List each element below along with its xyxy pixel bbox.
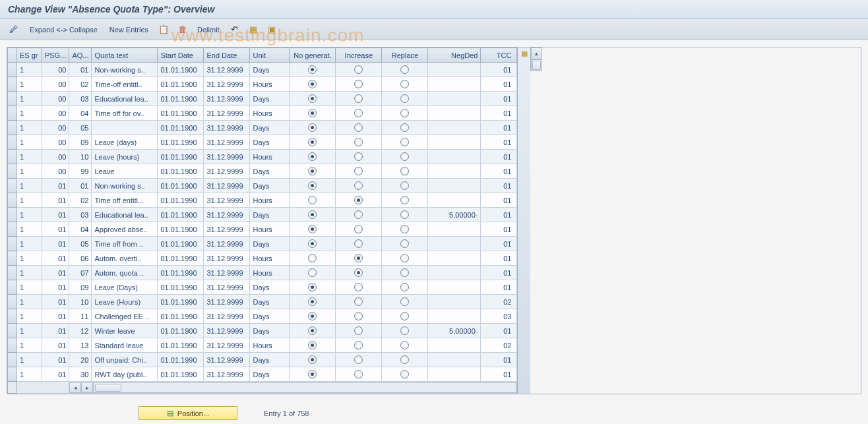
cell-psg[interactable]: 01 <box>42 208 69 222</box>
col-esgr[interactable]: ES gr <box>17 48 42 63</box>
cell-nogen[interactable] <box>290 251 336 266</box>
cell-psg[interactable]: 01 <box>42 295 69 309</box>
col-aq[interactable]: AQ... <box>69 48 92 63</box>
cell-start[interactable]: 01.01.1990 <box>158 367 204 382</box>
table-row[interactable]: 10009Leave (days)01.01.199031.12.9999Day… <box>8 135 517 150</box>
cell-qtext[interactable] <box>92 121 158 135</box>
row-selector[interactable] <box>8 295 17 309</box>
cell-tcc[interactable]: 01 <box>481 222 517 237</box>
table-row[interactable]: 10110Leave (Hours)01.01.199031.12.9999Da… <box>8 295 517 309</box>
cell-psg[interactable]: 00 <box>42 106 69 121</box>
cell-negded[interactable] <box>428 251 481 266</box>
hscroll-thumb[interactable] <box>95 384 121 392</box>
cell-qtext[interactable]: Leave (days) <box>92 135 158 150</box>
cell-increase[interactable] <box>336 309 382 324</box>
cell-end[interactable]: 31.12.9999 <box>204 193 250 208</box>
cell-tcc[interactable]: 01 <box>481 324 517 338</box>
cell-increase[interactable] <box>336 353 382 367</box>
cell-aq[interactable]: 09 <box>69 135 92 150</box>
cell-start[interactable]: 01.01.1900 <box>158 179 204 193</box>
cell-qtext[interactable]: Time off from .. <box>92 237 158 251</box>
row-selector[interactable] <box>8 77 17 92</box>
cell-negded[interactable]: 5,00000- <box>428 208 481 222</box>
cell-nogen[interactable] <box>290 92 336 106</box>
cell-end[interactable]: 31.12.9999 <box>204 92 250 106</box>
cell-psg[interactable]: 01 <box>42 309 69 324</box>
cell-replace[interactable] <box>382 309 428 324</box>
cell-negded[interactable] <box>428 222 481 237</box>
cell-negded[interactable] <box>428 63 481 77</box>
cell-replace[interactable] <box>382 63 428 77</box>
cell-unit[interactable]: Days <box>250 208 290 222</box>
cell-tcc[interactable]: 01 <box>481 367 517 382</box>
cell-qtext[interactable]: Leave (Days) <box>92 280 158 295</box>
cell-negded[interactable] <box>428 179 481 193</box>
cell-replace[interactable] <box>382 77 428 92</box>
cell-negded[interactable] <box>428 92 481 106</box>
cell-esgr[interactable]: 1 <box>17 251 42 266</box>
cell-unit[interactable]: Days <box>250 295 290 309</box>
cell-esgr[interactable]: 1 <box>17 179 42 193</box>
cell-unit[interactable]: Days <box>250 164 290 179</box>
cell-tcc[interactable]: 01 <box>481 77 517 92</box>
cell-aq[interactable]: 03 <box>69 208 92 222</box>
cell-increase[interactable] <box>336 150 382 164</box>
cell-esgr[interactable]: 1 <box>17 150 42 164</box>
table-row[interactable]: 10101Non-working s..01.01.190031.12.9999… <box>8 179 517 193</box>
col-rowselect[interactable] <box>8 48 17 63</box>
cell-esgr[interactable]: 1 <box>17 135 42 150</box>
cell-start[interactable]: 01.01.1990 <box>158 295 204 309</box>
cell-replace[interactable] <box>382 222 428 237</box>
row-selector[interactable] <box>8 324 17 338</box>
row-selector[interactable] <box>8 338 17 353</box>
cell-nogen[interactable] <box>290 77 336 92</box>
scroll-left-icon[interactable]: ◂ <box>69 382 81 393</box>
cell-start[interactable]: 01.01.1900 <box>158 106 204 121</box>
cell-tcc[interactable]: 01 <box>481 92 517 106</box>
cell-increase[interactable] <box>336 295 382 309</box>
cell-end[interactable]: 31.12.9999 <box>204 237 250 251</box>
cell-aq[interactable]: 30 <box>69 367 92 382</box>
col-nogen[interactable]: No generat. <box>290 48 336 63</box>
cell-start[interactable]: 01.01.1900 <box>158 324 204 338</box>
row-selector[interactable] <box>8 179 17 193</box>
cell-increase[interactable] <box>336 179 382 193</box>
cell-unit[interactable]: Days <box>250 92 290 106</box>
cell-aq[interactable]: 13 <box>69 338 92 353</box>
cell-unit[interactable]: Days <box>250 280 290 295</box>
cell-tcc[interactable]: 01 <box>481 106 517 121</box>
cell-aq[interactable]: 05 <box>69 121 92 135</box>
cell-unit[interactable]: Hours <box>250 150 290 164</box>
cell-negded[interactable] <box>428 280 481 295</box>
cell-replace[interactable] <box>382 164 428 179</box>
cell-start[interactable]: 01.01.1990 <box>158 338 204 353</box>
cell-increase[interactable] <box>336 280 382 295</box>
table-row[interactable]: 10004Time off for ov..01.01.190031.12.99… <box>8 106 517 121</box>
cell-start[interactable]: 01.01.1900 <box>158 92 204 106</box>
cell-aq[interactable]: 07 <box>69 266 92 280</box>
cell-esgr[interactable]: 1 <box>17 164 42 179</box>
cell-aq[interactable]: 02 <box>69 193 92 208</box>
col-tcc[interactable]: TCC <box>481 48 517 63</box>
cell-end[interactable]: 31.12.9999 <box>204 309 250 324</box>
cell-esgr[interactable]: 1 <box>17 63 42 77</box>
row-selector[interactable] <box>8 193 17 208</box>
cell-qtext[interactable]: Time off for ov.. <box>92 106 158 121</box>
cell-tcc[interactable]: 01 <box>481 280 517 295</box>
cell-start[interactable]: 01.01.1900 <box>158 63 204 77</box>
cell-start[interactable]: 01.01.1990 <box>158 266 204 280</box>
cell-nogen[interactable] <box>290 280 336 295</box>
cell-tcc[interactable]: 01 <box>481 179 517 193</box>
toggle-button[interactable]: 🖉 <box>7 23 20 36</box>
cell-qtext[interactable]: Leave (Hours) <box>92 295 158 309</box>
cell-negded[interactable] <box>428 164 481 179</box>
table-row[interactable]: 10106Autom. overti..01.01.199031.12.9999… <box>8 251 517 266</box>
cell-tcc[interactable]: 02 <box>481 338 517 353</box>
copy-icon[interactable]: 📋 <box>158 24 170 36</box>
cell-end[interactable]: 31.12.9999 <box>204 251 250 266</box>
table-row[interactable]: 10099Leave01.01.190031.12.9999Days01 <box>8 164 517 179</box>
cell-end[interactable]: 31.12.9999 <box>204 150 250 164</box>
cell-qtext[interactable]: Leave (hours) <box>92 150 158 164</box>
cell-increase[interactable] <box>336 208 382 222</box>
cell-end[interactable]: 31.12.9999 <box>204 77 250 92</box>
